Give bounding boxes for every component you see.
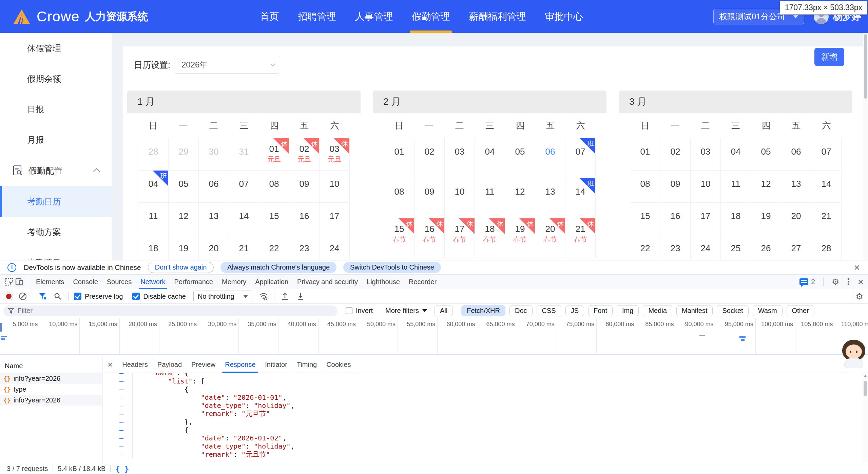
chip-socket[interactable]: Socket <box>717 305 748 316</box>
calendar-day-cell[interactable]: 08 <box>259 171 289 203</box>
devtools-tab-application[interactable]: Application <box>251 275 293 289</box>
calendar-day-cell[interactable]: 10 <box>445 178 475 218</box>
import-har-icon[interactable] <box>280 291 290 301</box>
kebab-menu-icon[interactable]: ⋮ <box>844 277 853 287</box>
scroll-up-arrow-icon[interactable] <box>864 375 867 377</box>
nav-item-招聘管理[interactable]: 招聘管理 <box>298 0 336 33</box>
chip-media[interactable]: Media <box>643 305 672 316</box>
detail-close-icon[interactable]: × <box>108 359 113 370</box>
fold-marker[interactable]: – <box>103 426 133 434</box>
nav-item-人事管理[interactable]: 人事管理 <box>355 0 393 33</box>
calendar-day-cell[interactable]: 26 <box>751 235 781 260</box>
calendar-day-cell[interactable]: 11 <box>138 203 169 235</box>
calendar-day-cell[interactable]: 25 <box>721 235 751 260</box>
chip-doc[interactable]: Doc <box>509 305 533 316</box>
calendar-day-cell[interactable]: 18 <box>138 235 169 260</box>
calendar-day-cell[interactable]: 19 <box>169 235 199 260</box>
chip-font[interactable]: Font <box>588 305 613 316</box>
calendar-day-cell[interactable]: 04 <box>475 138 505 178</box>
chip-js[interactable]: JS <box>565 305 584 316</box>
devtools-tab-lighthouse[interactable]: Lighthouse <box>362 275 404 289</box>
calendar-day-cell[interactable]: 14 <box>229 203 259 235</box>
chip-css[interactable]: CSS <box>537 305 561 316</box>
devtools-tab-network[interactable]: Network <box>136 275 170 289</box>
page-scrollbar-thumb[interactable] <box>864 34 867 99</box>
network-overview-timeline[interactable]: 5,000 ms10,000 ms15,000 ms20,000 ms25,00… <box>0 318 868 355</box>
calendar-day-cell[interactable]: 班04 <box>138 171 169 203</box>
chip-other[interactable]: Other <box>787 305 814 316</box>
calendar-day-cell[interactable]: 17 <box>691 203 721 235</box>
calendar-day-cell[interactable]: 12 <box>751 171 781 203</box>
calendar-day-cell[interactable]: 04 <box>721 138 751 171</box>
calendar-day-cell[interactable]: 11 <box>475 178 505 218</box>
calendar-day-cell[interactable]: 班14 <box>565 178 596 218</box>
calendar-day-cell[interactable]: 20 <box>199 235 229 260</box>
format-json-icon[interactable]: { } <box>115 465 129 473</box>
calendar-day-cell[interactable]: 01 <box>630 138 660 171</box>
chip-fetch-xhr[interactable]: Fetch/XHR <box>461 305 505 316</box>
fold-marker[interactable]: – <box>103 401 133 410</box>
devtools-tab-elements[interactable]: Elements <box>32 275 69 289</box>
chip-all[interactable]: All <box>435 305 453 316</box>
calendar-day-cell[interactable]: 07 <box>811 138 842 171</box>
calendar-day-cell[interactable]: 29 <box>169 138 199 171</box>
infobar-button-switch-devtools-to-chinese[interactable]: Switch DevTools to Chinese <box>343 262 441 273</box>
messages-indicator[interactable]: 2 <box>799 278 815 286</box>
infobar-close-icon[interactable]: × <box>854 262 860 273</box>
calendar-day-cell[interactable]: 21 <box>229 235 259 260</box>
calendar-day-cell[interactable]: 28 <box>811 235 842 260</box>
fold-marker[interactable]: – <box>103 377 133 385</box>
page-scrollbar[interactable] <box>863 33 868 260</box>
calendar-day-cell[interactable]: 22 <box>259 235 289 260</box>
response-scrollbar[interactable] <box>863 373 868 463</box>
response-scrollbar-thumb[interactable] <box>864 381 867 396</box>
calendar-day-cell[interactable]: 09 <box>660 171 691 203</box>
calendar-day-cell[interactable]: 28 <box>138 138 169 171</box>
calendar-day-cell[interactable]: 13 <box>199 203 229 235</box>
fold-marker[interactable]: – <box>103 410 133 418</box>
nav-item-薪酬福利管理[interactable]: 薪酬福利管理 <box>469 0 526 33</box>
fold-marker[interactable]: – <box>103 450 133 458</box>
nav-item-假勤管理[interactable]: 假勤管理 <box>412 0 450 33</box>
clear-network-log-icon[interactable] <box>19 293 26 300</box>
nav-item-审批中心[interactable]: 审批中心 <box>545 0 583 33</box>
preserve-log-checkbox[interactable] <box>74 293 81 300</box>
devtools-tab-recorder[interactable]: Recorder <box>404 275 441 289</box>
fold-marker[interactable]: – <box>103 393 133 401</box>
calendar-day-cell[interactable]: 09 <box>414 178 445 218</box>
infobar-button-always-match-chrome-s-language[interactable]: Always match Chrome's language <box>220 262 336 273</box>
calendar-day-cell[interactable]: 14 <box>811 171 842 203</box>
calendar-day-cell[interactable]: 02 <box>660 138 691 171</box>
request-row[interactable]: {}info?year=2026 <box>0 373 102 384</box>
calendar-day-cell[interactable]: 10 <box>691 171 721 203</box>
calendar-day-cell[interactable]: 09 <box>289 171 320 203</box>
response-code-viewer[interactable]: – "data": {– "list": [– {– "date": "2026… <box>103 373 863 463</box>
sidebar-item-出勤项目[interactable]: 出勤项目 <box>0 247 112 260</box>
calendar-day-cell[interactable]: 27 <box>781 235 811 260</box>
fold-marker[interactable]: – <box>103 385 133 393</box>
calendar-day-cell[interactable]: 12 <box>505 178 535 218</box>
calendar-day-cell[interactable]: 03 <box>691 138 721 171</box>
year-select[interactable]: 2026年 <box>175 56 280 74</box>
detail-tab-response[interactable]: Response <box>220 356 260 373</box>
filter-funnel-icon[interactable] <box>38 291 48 301</box>
calendar-day-cell[interactable]: 休01元旦 <box>259 138 289 171</box>
fold-marker[interactable]: – <box>103 418 133 426</box>
detail-tab-initiator[interactable]: Initiator <box>260 356 292 373</box>
calendar-day-cell[interactable]: 10 <box>320 171 350 203</box>
detail-tab-cookies[interactable]: Cookies <box>322 356 355 373</box>
calendar-day-cell[interactable]: 11 <box>721 171 751 203</box>
calendar-day-cell[interactable]: 17 <box>320 203 350 235</box>
calendar-day-cell[interactable]: 24 <box>320 235 350 260</box>
sidebar-item-日报[interactable]: 日报 <box>0 94 112 124</box>
network-settings-gear-icon[interactable]: ⚙ <box>856 292 863 301</box>
devtools-tab-console[interactable]: Console <box>69 275 102 289</box>
calendar-day-cell[interactable]: 23 <box>289 235 320 260</box>
fold-marker[interactable]: – <box>103 373 133 377</box>
devtools-tab-privacy-and-security[interactable]: Privacy and security <box>293 275 362 289</box>
calendar-day-cell[interactable]: 休17春节 <box>445 218 475 258</box>
sidebar-item-假期余额[interactable]: 假期余额 <box>0 63 112 94</box>
devtools-close-icon[interactable]: × <box>857 276 864 287</box>
calendar-day-cell[interactable]: 休15春节 <box>384 218 414 258</box>
settings-gear-icon[interactable]: ⚙ <box>832 278 839 286</box>
